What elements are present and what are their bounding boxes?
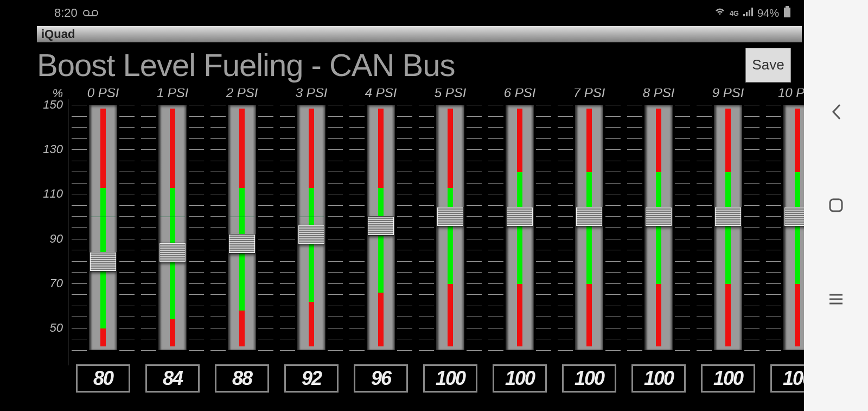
tick — [72, 328, 87, 328]
slider-value[interactable]: 92 — [284, 364, 339, 393]
slider-thumb[interactable] — [437, 207, 464, 226]
tick — [119, 161, 135, 161]
slider-thumb[interactable] — [576, 207, 603, 226]
tick — [280, 350, 295, 351]
slider-track[interactable] — [506, 105, 534, 350]
slider-track[interactable] — [783, 105, 804, 350]
app-switch-icon[interactable] — [825, 194, 847, 216]
tick — [419, 205, 434, 206]
tick — [467, 239, 482, 239]
slider-value[interactable]: 100 — [423, 364, 477, 393]
slider-thumb[interactable] — [90, 252, 117, 271]
svg-rect-3 — [743, 14, 745, 16]
slider-thumb[interactable] — [784, 207, 804, 226]
tick — [627, 116, 642, 117]
y-tick-label: 70 — [50, 276, 63, 290]
tick — [210, 239, 226, 239]
y-axis: % 150130110907050 — [37, 88, 68, 393]
save-button[interactable]: Save — [745, 48, 791, 83]
tick — [697, 227, 712, 228]
tick — [488, 205, 503, 206]
tick — [744, 149, 760, 150]
slider-thumb[interactable] — [645, 207, 672, 226]
tick — [349, 239, 365, 239]
tick — [766, 227, 781, 228]
tick — [328, 294, 343, 295]
tick — [744, 161, 760, 161]
tick — [119, 294, 135, 295]
tick — [328, 205, 343, 206]
tick — [488, 250, 503, 250]
tick — [349, 350, 365, 351]
slider-value[interactable]: 100 — [770, 364, 804, 393]
tick — [488, 294, 503, 295]
slider-value[interactable]: 100 — [631, 364, 686, 393]
slider-value[interactable]: 100 — [701, 364, 755, 393]
tick — [697, 250, 712, 250]
slider-value[interactable]: 80 — [76, 364, 130, 393]
slider-track[interactable] — [297, 105, 326, 350]
tick — [488, 350, 503, 351]
slider-thumb[interactable] — [506, 207, 533, 226]
slider-value[interactable]: 88 — [215, 364, 269, 393]
tick — [467, 317, 482, 317]
tick — [189, 183, 204, 184]
center-line — [91, 217, 116, 217]
slider-track[interactable] — [436, 105, 464, 350]
slider-thumb[interactable] — [298, 225, 325, 244]
slider-track[interactable] — [228, 105, 256, 350]
tick — [210, 149, 226, 150]
app-title-bar: iQuad — [37, 26, 802, 42]
tick — [280, 227, 295, 228]
tick — [766, 272, 781, 273]
tick — [72, 350, 87, 351]
slider-track[interactable] — [158, 105, 187, 350]
tick — [467, 294, 482, 295]
slider-value[interactable]: 100 — [493, 364, 547, 393]
battery-icon — [783, 6, 791, 21]
tick — [72, 250, 87, 250]
tick — [280, 183, 295, 184]
slider-track[interactable] — [575, 105, 603, 350]
tick — [258, 317, 273, 317]
slider-thumb[interactable] — [367, 216, 394, 236]
tick — [675, 339, 690, 339]
slider-track[interactable] — [367, 105, 395, 350]
tick — [605, 149, 621, 150]
menu-icon[interactable] — [825, 288, 847, 310]
slider-value[interactable]: 96 — [354, 364, 408, 393]
tick — [328, 250, 343, 250]
tick — [627, 105, 642, 105]
tick — [536, 283, 551, 284]
center-line — [229, 217, 254, 217]
tick — [119, 127, 135, 128]
tick — [280, 161, 295, 161]
tick — [189, 328, 204, 328]
bar-green — [448, 188, 453, 284]
tick — [627, 317, 642, 317]
tick — [72, 294, 87, 295]
center-line — [160, 217, 185, 217]
tick — [328, 317, 343, 317]
slider-thumb[interactable] — [159, 243, 186, 262]
back-icon[interactable] — [825, 101, 847, 123]
slider-label: 5 PSI — [416, 88, 485, 100]
tick — [766, 306, 781, 306]
slider-track[interactable] — [644, 105, 673, 350]
tick — [119, 227, 135, 228]
tick — [605, 161, 621, 161]
tick — [397, 250, 412, 250]
tick — [141, 172, 156, 172]
tick — [141, 261, 156, 262]
tick — [605, 272, 621, 273]
slider-thumb[interactable] — [714, 207, 742, 226]
slider-track[interactable] — [89, 105, 117, 350]
signal-icon — [743, 8, 753, 19]
slider-value[interactable]: 84 — [145, 364, 200, 393]
slider-thumb[interactable] — [228, 234, 256, 254]
tick — [328, 239, 343, 239]
slider-track[interactable] — [714, 105, 742, 350]
tick — [419, 350, 434, 351]
tick — [467, 205, 482, 206]
slider-value[interactable]: 100 — [562, 364, 616, 393]
